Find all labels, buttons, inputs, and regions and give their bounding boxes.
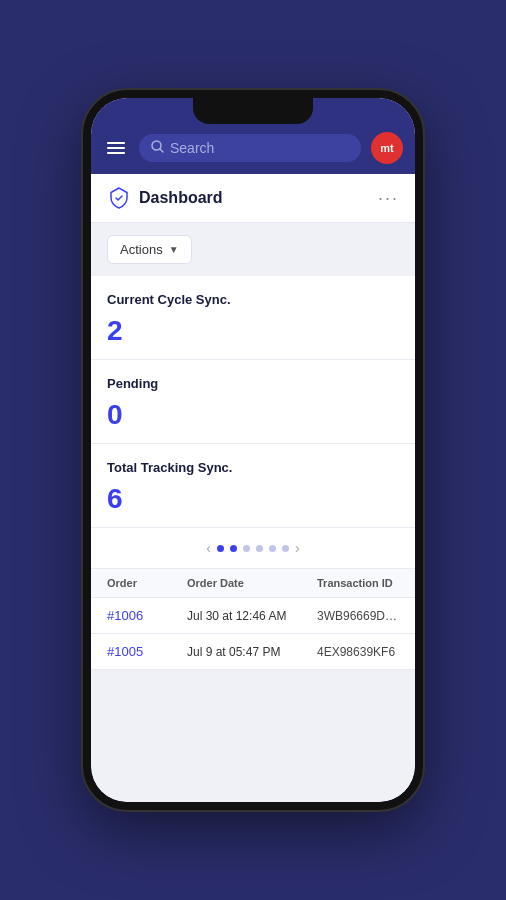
phone-frame: mt Dashboard ··· Actions ▼ (83, 90, 423, 810)
table-col-date: Order Date (187, 577, 317, 589)
order-date-1005: Jul 9 at 05:47 PM (187, 645, 317, 659)
search-input[interactable] (170, 140, 349, 156)
stat-label-current-cycle: Current Cycle Sync. (107, 292, 399, 307)
stat-card-total-tracking: Total Tracking Sync. 6 (91, 444, 415, 528)
stat-card-current-cycle: Current Cycle Sync. 2 (91, 276, 415, 360)
avatar[interactable]: mt (371, 132, 403, 164)
stat-label-total-tracking: Total Tracking Sync. (107, 460, 399, 475)
pagination-dot-3[interactable] (243, 545, 250, 552)
dashboard-header: Dashboard ··· (91, 174, 415, 223)
actions-chevron-icon: ▼ (169, 244, 179, 255)
actions-section: Actions ▼ (91, 223, 415, 276)
search-bar[interactable] (139, 134, 361, 162)
dashboard-icon (107, 186, 131, 210)
order-date-1006: Jul 30 at 12:46 AM (187, 609, 317, 623)
search-icon (151, 140, 164, 156)
pagination-dot-6[interactable] (282, 545, 289, 552)
stat-value-current-cycle: 2 (107, 315, 399, 347)
stat-card-pending: Pending 0 (91, 360, 415, 444)
pagination-dot-4[interactable] (256, 545, 263, 552)
pagination-row: ‹ › (91, 528, 415, 569)
table-container: Order Order Date Transaction ID #1006 Ju… (91, 569, 415, 670)
actions-label: Actions (120, 242, 163, 257)
pagination-dot-1[interactable] (217, 545, 224, 552)
pagination-dot-5[interactable] (269, 545, 276, 552)
table-col-order: Order (107, 577, 187, 589)
order-link-1005[interactable]: #1005 (107, 644, 187, 659)
table-header: Order Order Date Transaction ID (91, 569, 415, 598)
actions-button[interactable]: Actions ▼ (107, 235, 192, 264)
phone-screen: mt Dashboard ··· Actions ▼ (91, 98, 415, 802)
more-options-button[interactable]: ··· (378, 188, 399, 209)
transaction-id-1005: 4EX98639KF6 (317, 645, 399, 659)
phone-notch (193, 98, 313, 124)
table-row: #1005 Jul 9 at 05:47 PM 4EX98639KF6 (91, 634, 415, 670)
svg-line-1 (160, 149, 163, 152)
table-col-transaction: Transaction ID (317, 577, 399, 589)
stat-value-pending: 0 (107, 399, 399, 431)
dashboard-title-row: Dashboard (107, 186, 223, 210)
stats-container: Current Cycle Sync. 2 Pending 0 Total Tr… (91, 276, 415, 528)
pagination-right-arrow[interactable]: › (295, 540, 300, 556)
table-row: #1006 Jul 30 at 12:46 AM 3WB96669DC0 (91, 598, 415, 634)
menu-button[interactable] (103, 138, 129, 158)
main-content: Dashboard ··· Actions ▼ Current Cycle Sy… (91, 174, 415, 802)
transaction-id-1006: 3WB96669DC0 (317, 609, 399, 623)
order-link-1006[interactable]: #1006 (107, 608, 187, 623)
pagination-dot-2[interactable] (230, 545, 237, 552)
pagination-left-arrow[interactable]: ‹ (206, 540, 211, 556)
stat-label-pending: Pending (107, 376, 399, 391)
dashboard-title: Dashboard (139, 189, 223, 207)
stat-value-total-tracking: 6 (107, 483, 399, 515)
